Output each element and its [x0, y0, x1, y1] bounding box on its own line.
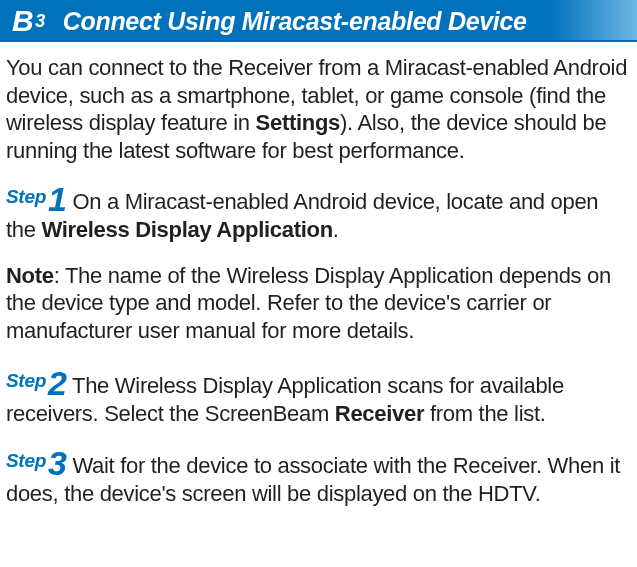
section-title-wrap: Connect Using Miracast-enabled Device	[55, 0, 637, 42]
badge-letter: B	[12, 0, 33, 42]
note-label: Note	[6, 263, 54, 288]
step-word: Step	[6, 370, 46, 391]
step-1: Step1 On a Miracast-enabled Android devi…	[6, 182, 631, 244]
step-3-label: Step3	[6, 453, 67, 478]
note-block: Note: The name of the Wireless Display A…	[6, 262, 631, 345]
step-num: 1	[48, 180, 67, 218]
section-title: Connect Using Miracast-enabled Device	[55, 7, 527, 36]
intro-bold: Settings	[256, 110, 340, 135]
section-badge: B3	[0, 0, 55, 42]
section-header: B3 Connect Using Miracast-enabled Device	[0, 0, 637, 42]
step-2-bold: Receiver	[335, 401, 424, 426]
step-2-label: Step2	[6, 373, 67, 398]
intro-paragraph: You can connect to the Receiver from a M…	[6, 54, 631, 164]
step-num: 2	[48, 364, 67, 402]
step-num: 3	[48, 444, 67, 482]
body-content: You can connect to the Receiver from a M…	[0, 54, 637, 507]
step-2-post: from the list.	[424, 401, 545, 426]
step-word: Step	[6, 450, 46, 471]
step-3: Step3 Wait for the device to associate w…	[6, 446, 631, 508]
step-word: Step	[6, 186, 46, 207]
step-3-pre: Wait for the device to associate with th…	[6, 453, 620, 506]
badge-superscript: 3	[35, 0, 45, 42]
step-2: Step2 The Wireless Display Application s…	[6, 366, 631, 428]
step-1-post: .	[333, 217, 339, 242]
step-1-text: Step1 On a Miracast-enabled Android devi…	[6, 189, 598, 242]
step-1-label: Step1	[6, 189, 67, 214]
step-1-bold: Wireless Display Application	[42, 217, 333, 242]
document-page: B3 Connect Using Miracast-enabled Device…	[0, 0, 637, 507]
step-3-text: Step3 Wait for the device to associate w…	[6, 453, 620, 506]
step-2-text: Step2 The Wireless Display Application s…	[6, 373, 564, 426]
note-text: : The name of the Wireless Display Appli…	[6, 263, 611, 343]
